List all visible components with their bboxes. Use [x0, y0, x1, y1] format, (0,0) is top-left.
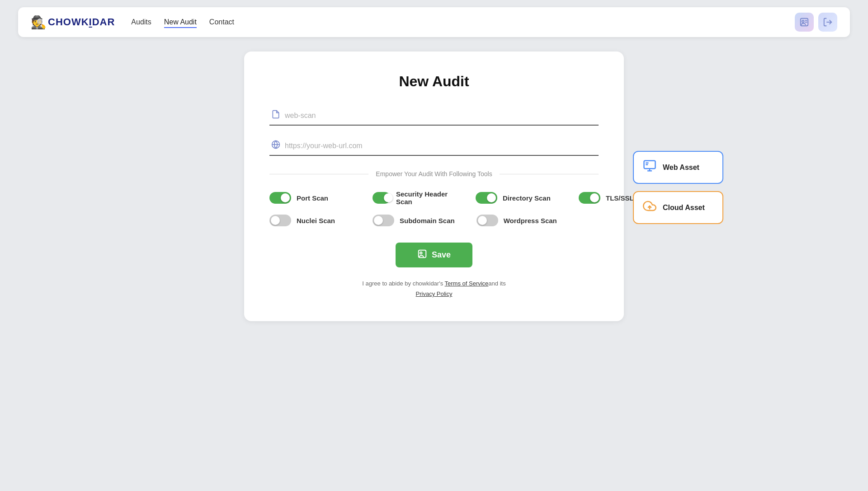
profile-button[interactable] [795, 13, 814, 32]
navbar-right [795, 13, 837, 32]
main-card: New Audit [244, 51, 624, 321]
toggle-wordpress-scan-label: Wordpress Scan [504, 217, 557, 224]
url-icon [271, 140, 280, 151]
toggle-tls-ssl-switch[interactable] [579, 192, 600, 204]
nav-contact[interactable]: Contact [209, 16, 234, 28]
logo-text: CHOWKIDAR [48, 16, 115, 28]
terms-of-service-link[interactable]: Terms of Service [445, 280, 489, 287]
toggle-row-2: Nuclei Scan Subdomain Scan [269, 215, 599, 226]
url-input-group [269, 136, 599, 156]
toggle-security-header-switch[interactable] [373, 192, 391, 204]
toggle-directory-scan-switch[interactable] [476, 192, 497, 204]
toggle-row-1: Port Scan Security Header Scan [269, 190, 599, 206]
legal-middle: and its [488, 280, 505, 287]
card-wrapper: New Audit [244, 51, 624, 321]
svg-point-1 [802, 20, 804, 23]
page-title: New Audit [269, 73, 599, 90]
nav-audits[interactable]: Audits [131, 16, 151, 28]
web-asset-icon [643, 159, 656, 176]
navbar: 🕵 CHOWKIDAR Audits New Audit Contact [18, 7, 850, 37]
toggle-subdomain-scan-switch[interactable] [373, 215, 394, 226]
nav-new-audit[interactable]: New Audit [164, 16, 197, 28]
toggle-wordpress-scan-switch[interactable] [476, 215, 498, 226]
save-button[interactable]: Save [396, 243, 472, 267]
navbar-left: 🕵 CHOWKIDAR Audits New Audit Contact [31, 15, 234, 30]
divider-line-right [500, 174, 599, 174]
toggle-nuclei-scan-label: Nuclei Scan [297, 217, 335, 224]
toggle-subdomain-scan-label: Subdomain Scan [400, 217, 455, 224]
divider-line-left [269, 174, 368, 174]
legal-before: I agree to abide by chowkidar's [362, 280, 444, 287]
toggle-nuclei-scan: Nuclei Scan [269, 215, 351, 226]
audit-name-input[interactable] [285, 112, 599, 120]
toggles-grid: Port Scan Security Header Scan [269, 190, 599, 226]
legal-text: I agree to abide by chowkidar's Terms of… [269, 278, 599, 299]
toggle-nuclei-scan-switch[interactable] [269, 215, 291, 226]
logo[interactable]: 🕵 CHOWKIDAR [31, 15, 115, 30]
save-icon [417, 249, 427, 261]
toggle-subdomain-scan: Subdomain Scan [373, 215, 455, 226]
name-icon [271, 110, 280, 121]
cloud-asset-card[interactable]: Cloud Asset [633, 191, 723, 224]
toggle-directory-scan-label: Directory Scan [503, 194, 551, 202]
page-content: New Audit [0, 44, 868, 321]
toggle-security-header-label: Security Header Scan [396, 190, 454, 206]
svg-point-8 [420, 252, 422, 254]
web-asset-card[interactable]: Web Asset [633, 151, 723, 184]
tools-divider: Empower Your Audit With Following Tools [269, 170, 599, 178]
logout-button[interactable] [818, 13, 837, 32]
cloud-asset-icon [643, 199, 656, 216]
name-input-group [269, 106, 599, 126]
toggle-wordpress-scan: Wordpress Scan [476, 215, 558, 226]
privacy-policy-link[interactable]: Privacy Policy [416, 290, 453, 297]
toggle-port-scan-switch[interactable] [269, 192, 291, 204]
cloud-asset-label: Cloud Asset [663, 204, 705, 212]
save-label: Save [432, 250, 451, 260]
toggle-directory-scan: Directory Scan [476, 192, 557, 204]
web-asset-label: Web Asset [663, 164, 699, 172]
toggle-port-scan: Port Scan [269, 192, 351, 204]
audit-url-input[interactable] [285, 142, 599, 150]
toggle-port-scan-label: Port Scan [297, 194, 328, 202]
logo-icon: 🕵 [31, 15, 47, 30]
asset-cards: Web Asset Cloud Asset [633, 151, 723, 224]
toggle-security-header: Security Header Scan [373, 190, 454, 206]
save-button-wrapper: Save [269, 243, 599, 267]
nav-links: Audits New Audit Contact [131, 16, 234, 28]
tools-label: Empower Your Audit With Following Tools [376, 170, 492, 178]
